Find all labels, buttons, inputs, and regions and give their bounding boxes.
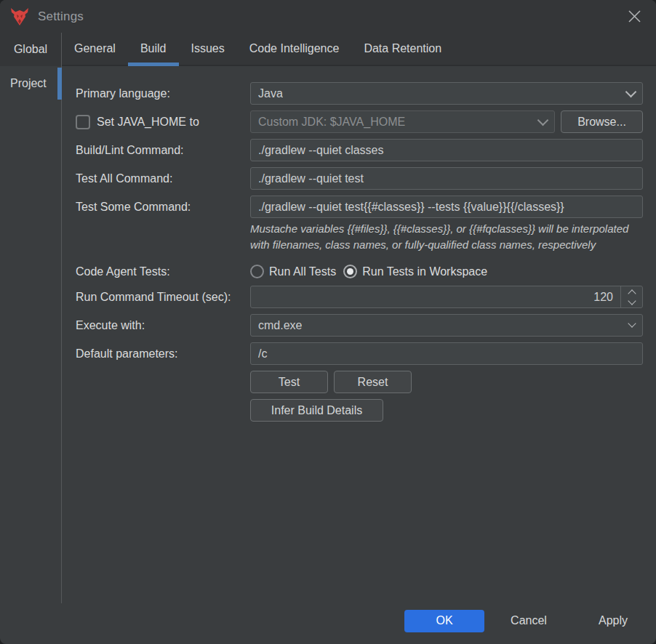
spinner-down-icon	[628, 297, 636, 305]
tab-code-intelligence[interactable]: Code Intelligence	[237, 33, 352, 65]
code-agent-tests-label: Code Agent Tests:	[76, 265, 250, 278]
mustache-help-text: Mustache variables {{#files}}, {{#classe…	[250, 221, 637, 253]
ok-button[interactable]: OK	[404, 610, 484, 632]
code-agent-tests-radios: Run All Tests Run Tests in Workspace	[250, 265, 487, 278]
sidebar: Project	[0, 66, 62, 603]
row-test-reset: Test Reset	[76, 371, 643, 393]
timeout-input[interactable]	[251, 286, 620, 307]
dialog-body: Project Primary language: Java Set JAVA_…	[0, 66, 656, 603]
settings-form: Primary language: Java Set JAVA_HOME to …	[62, 66, 656, 603]
test-some-input[interactable]	[250, 196, 643, 218]
chevron-down-icon	[537, 114, 549, 126]
tab-issues[interactable]: Issues	[179, 33, 237, 65]
test-all-input[interactable]	[250, 167, 643, 190]
radio-selected-icon	[343, 265, 357, 278]
devil-logo-icon	[9, 7, 31, 27]
row-infer: Infer Build Details	[76, 399, 643, 422]
tab-data-retention[interactable]: Data Retention	[351, 33, 454, 65]
tab-strip: Global General Build Issues Code Intelli…	[0, 33, 656, 66]
default-parameters-label: Default parameters:	[76, 347, 250, 361]
apply-button[interactable]: Apply	[573, 610, 653, 632]
default-parameters-input[interactable]	[250, 342, 643, 365]
row-code-agent-tests: Code Agent Tests: Run All Tests Run Test…	[76, 265, 643, 278]
primary-language-value: Java	[258, 87, 283, 100]
tab-build[interactable]: Build	[128, 33, 179, 65]
chevron-down-icon	[625, 86, 637, 97]
timeout-stepper	[250, 286, 643, 308]
window-title: Settings	[38, 9, 84, 24]
chevron-down-icon	[628, 319, 636, 327]
spinner-buttons[interactable]	[620, 286, 642, 307]
tab-general[interactable]: General	[62, 33, 128, 65]
custom-jdk-value: Custom JDK: $JAVA_HOME	[258, 116, 405, 129]
execute-with-label: Execute with:	[76, 319, 250, 332]
horizontal-tabs: General Build Issues Code Intelligence D…	[62, 33, 656, 66]
row-primary-language: Primary language: Java	[76, 82, 643, 105]
java-home-checkbox[interactable]	[76, 115, 90, 129]
radio-run-tests-in-workspace[interactable]: Run Tests in Workspace	[343, 265, 487, 278]
java-home-checkbox-label: Set JAVA_HOME to	[97, 116, 199, 129]
test-all-label: Test All Command:	[76, 172, 250, 185]
title-bar: Settings	[0, 0, 656, 33]
timeout-label: Run Command Timeout (sec):	[76, 291, 250, 304]
primary-language-select[interactable]: Java	[250, 82, 643, 105]
custom-jdk-select[interactable]: Custom JDK: $JAVA_HOME	[250, 110, 555, 133]
radio-run-all-tests[interactable]: Run All Tests	[250, 265, 336, 278]
reset-button[interactable]: Reset	[334, 371, 412, 393]
primary-language-label: Primary language:	[76, 87, 250, 100]
row-build-lint: Build/Lint Command:	[76, 139, 643, 161]
execute-with-value: cmd.exe	[258, 319, 302, 332]
row-java-home: Set JAVA_HOME to Custom JDK: $JAVA_HOME …	[76, 110, 643, 133]
row-test-some: Test Some Command:	[76, 196, 643, 218]
build-lint-label: Build/Lint Command:	[76, 144, 250, 157]
infer-build-details-button[interactable]: Infer Build Details	[250, 399, 383, 422]
build-lint-input[interactable]	[250, 139, 643, 161]
dialog-footer: OK Cancel Apply	[0, 603, 656, 644]
settings-dialog: Settings Global General Build Issues Cod…	[0, 0, 656, 644]
browse-button[interactable]: Browse...	[561, 110, 643, 133]
row-execute-with: Execute with: cmd.exe	[76, 314, 643, 337]
cancel-button[interactable]: Cancel	[489, 610, 569, 632]
execute-with-select[interactable]: cmd.exe	[250, 314, 643, 337]
test-button[interactable]: Test	[250, 371, 328, 393]
row-default-parameters: Default parameters:	[76, 342, 643, 365]
radio-unselected-icon	[250, 265, 264, 278]
tab-global[interactable]: Global	[0, 33, 62, 66]
row-timeout: Run Command Timeout (sec):	[76, 286, 643, 308]
row-test-all: Test All Command:	[76, 167, 643, 190]
sidebar-item-project[interactable]: Project	[0, 66, 61, 101]
close-icon[interactable]	[623, 6, 646, 28]
test-some-label: Test Some Command:	[76, 201, 250, 214]
